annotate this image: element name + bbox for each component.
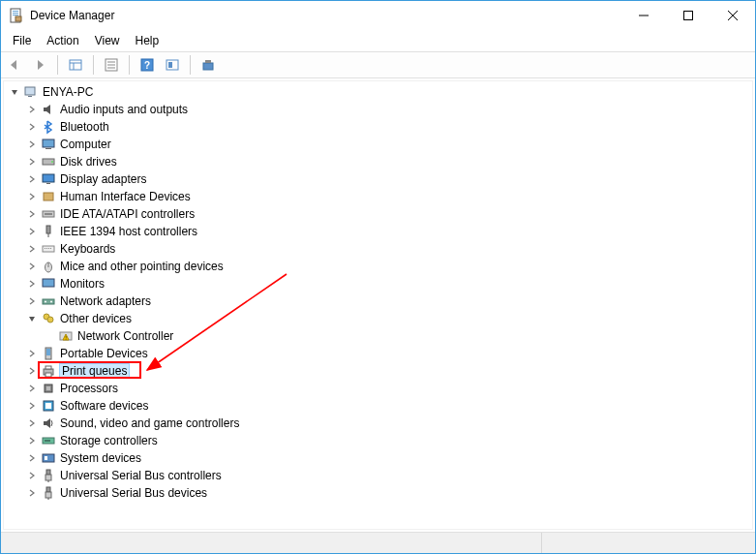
- chevron-right-icon[interactable]: [25, 399, 39, 413]
- disk-icon: [41, 154, 56, 169]
- category-label: IEEE 1394 host controllers: [60, 225, 197, 238]
- close-button[interactable]: [711, 1, 755, 30]
- tree-category[interactable]: IEEE 1394 host controllers: [6, 223, 752, 240]
- category-label: Other devices: [60, 312, 132, 325]
- audio-icon: [41, 102, 56, 117]
- help-button[interactable]: ?: [136, 53, 159, 77]
- warn-icon: !: [58, 328, 74, 344]
- system-icon: [41, 450, 56, 466]
- category-label: Display adapters: [60, 172, 146, 186]
- svg-rect-36: [45, 248, 45, 249]
- chevron-right-icon[interactable]: [25, 469, 39, 482]
- chevron-right-icon[interactable]: [25, 225, 39, 238]
- chevron-right-icon[interactable]: [25, 451, 39, 465]
- tree-category[interactable]: Universal Serial Bus controllers: [6, 467, 752, 484]
- chevron-down-icon[interactable]: [25, 312, 39, 325]
- chevron-right-icon[interactable]: [25, 486, 39, 500]
- separator: [190, 55, 191, 75]
- tree-category[interactable]: Audio inputs and outputs: [6, 101, 752, 118]
- category-label: Audio inputs and outputs: [60, 103, 188, 116]
- tree-category[interactable]: Software devices: [6, 397, 752, 415]
- tree-category[interactable]: Network adapters: [6, 292, 752, 310]
- chevron-right-icon[interactable]: [25, 364, 39, 378]
- tree-category[interactable]: Display adapters: [6, 170, 752, 188]
- device-tree[interactable]: ENYA-PC Audio inputs and outputsBluetoot…: [3, 80, 753, 530]
- svg-rect-62: [45, 456, 47, 460]
- chevron-down-icon[interactable]: [8, 85, 21, 99]
- separator: [129, 55, 130, 75]
- maximize-button[interactable]: [666, 1, 711, 30]
- svg-rect-60: [45, 440, 50, 442]
- back-button[interactable]: [3, 53, 26, 77]
- chevron-right-icon[interactable]: [25, 120, 39, 134]
- window-controls: [621, 1, 755, 30]
- menu-help[interactable]: Help: [128, 32, 167, 49]
- category-label: Bluetooth: [60, 120, 109, 134]
- show-hidden-button[interactable]: [197, 53, 220, 77]
- tree-child[interactable]: !Network Controller: [6, 327, 752, 345]
- category-label: IDE ATA/ATAPI controllers: [60, 207, 195, 221]
- tree-category[interactable]: Processors: [6, 380, 752, 397]
- chevron-right-icon[interactable]: [25, 138, 39, 151]
- tree-category[interactable]: Portable Devices: [6, 345, 752, 362]
- category-label: Computer: [60, 138, 111, 151]
- category-label: Keyboards: [60, 242, 115, 256]
- tree-category[interactable]: Other devices: [6, 310, 752, 327]
- svg-rect-63: [46, 470, 50, 475]
- category-label: Processors: [60, 382, 118, 395]
- software-icon: [41, 398, 56, 414]
- svg-rect-64: [45, 475, 51, 480]
- chevron-right-icon[interactable]: [25, 277, 39, 291]
- tree-category[interactable]: Keyboards: [6, 240, 752, 258]
- svg-rect-29: [46, 183, 50, 184]
- tree-category[interactable]: Universal Serial Bus devices: [6, 484, 752, 502]
- show-hide-tree-button[interactable]: [64, 53, 87, 77]
- svg-rect-42: [43, 279, 54, 287]
- menu-action[interactable]: Action: [39, 32, 86, 49]
- svg-rect-33: [46, 226, 50, 233]
- chevron-right-icon[interactable]: [25, 382, 39, 395]
- chevron-right-icon[interactable]: [25, 294, 39, 308]
- chevron-right-icon[interactable]: [25, 260, 39, 273]
- chevron-right-icon[interactable]: [25, 242, 39, 256]
- chevron-right-icon[interactable]: [25, 103, 39, 116]
- chevron-right-icon[interactable]: [25, 190, 39, 203]
- svg-text:?: ?: [144, 60, 150, 71]
- chevron-right-icon[interactable]: [25, 347, 39, 360]
- tree-category[interactable]: Bluetooth: [6, 118, 752, 136]
- tree-category[interactable]: Human Interface Devices: [6, 188, 752, 205]
- tree-category[interactable]: Monitors: [6, 275, 752, 292]
- tree-root[interactable]: ENYA-PC: [6, 83, 752, 101]
- tree-category[interactable]: System devices: [6, 449, 752, 467]
- tree-category[interactable]: Print queues: [6, 362, 752, 380]
- tree-category[interactable]: Storage controllers: [6, 432, 752, 449]
- tree-category[interactable]: Computer: [6, 136, 752, 153]
- tree-category[interactable]: IDE ATA/ATAPI controllers: [6, 205, 752, 223]
- chevron-right-icon[interactable]: [25, 434, 39, 447]
- tree-category[interactable]: Sound, video and game controllers: [6, 415, 752, 432]
- properties-button[interactable]: [100, 53, 123, 77]
- category-label: Network adapters: [60, 294, 151, 308]
- device-manager-window: Device Manager File Action View Help ?: [0, 0, 756, 554]
- chevron-right-icon[interactable]: [25, 155, 39, 169]
- tree-category[interactable]: Disk drives: [6, 153, 752, 170]
- svg-point-27: [51, 161, 53, 163]
- svg-rect-25: [45, 148, 51, 149]
- svg-rect-38: [48, 248, 49, 249]
- chevron-right-icon[interactable]: [25, 172, 39, 186]
- menu-view[interactable]: View: [87, 32, 128, 49]
- minimize-button[interactable]: [621, 1, 666, 30]
- separator: [57, 55, 58, 75]
- forward-button[interactable]: [28, 53, 51, 77]
- chevron-right-icon[interactable]: [25, 207, 39, 221]
- category-label: Universal Serial Bus devices: [60, 486, 207, 500]
- cpu-icon: [41, 381, 56, 396]
- mouse-icon: [41, 259, 56, 274]
- tree-category[interactable]: Mice and other pointing devices: [6, 258, 752, 275]
- category-label: Storage controllers: [60, 434, 158, 447]
- menu-file[interactable]: File: [5, 32, 39, 49]
- scan-hardware-button[interactable]: [161, 53, 184, 77]
- 1394-icon: [41, 224, 56, 239]
- chevron-right-icon[interactable]: [25, 416, 39, 430]
- network-icon: [41, 293, 56, 309]
